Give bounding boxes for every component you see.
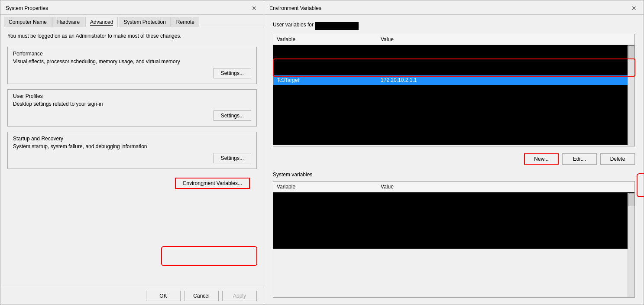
system-properties-body: You must be logged on as an Administrato…: [0, 27, 264, 287]
value-column-header: Value: [377, 36, 628, 43]
tab-hardware[interactable]: Hardware: [52, 17, 84, 27]
environment-variables-dialog: Environment Variables ✕ User variables f…: [264, 0, 644, 305]
user-vars-label: User variables for: [273, 22, 314, 28]
user-profiles-desc: Desktop settings related to your sign-in: [13, 101, 251, 107]
env-title: Environment Variables: [269, 5, 321, 11]
user-vars-table[interactable]: Variable Value Tc3Target 172.20.10.2.1.1: [273, 34, 635, 146]
tab-system-protection[interactable]: System Protection: [119, 17, 170, 27]
apply-button[interactable]: Apply: [222, 291, 257, 301]
system-properties-titlebar: System Properties ✕: [0, 0, 264, 15]
env-close-button[interactable]: ✕: [630, 4, 638, 13]
tc3target-value-cell: 172.20.10.2.1.1: [381, 77, 631, 83]
env-body: User variables for Variable Value Tc3Tar…: [264, 15, 644, 305]
edit-user-var-button[interactable]: Edit...: [562, 153, 597, 165]
sys-value-column-header: Value: [377, 183, 628, 191]
new-user-var-button[interactable]: New...: [524, 153, 559, 165]
tab-advanced[interactable]: Advanced: [85, 17, 118, 27]
user-vars-scrollbar-thumb[interactable]: [628, 46, 634, 59]
tab-computer-name[interactable]: Computer Name: [4, 17, 52, 27]
sys-vars-table-body: [273, 192, 634, 249]
tab-remote[interactable]: Remote: [172, 17, 199, 27]
ok-button[interactable]: OK: [146, 291, 181, 301]
performance-title: Performance: [13, 51, 251, 57]
system-properties-close-button[interactable]: ✕: [250, 4, 259, 13]
sys-vars-header: System variables: [273, 172, 635, 178]
variable-column-header: Variable: [273, 36, 377, 43]
environment-variables-button[interactable]: Environnment Variables...: [175, 178, 250, 189]
user-profiles-section: User Profiles Desktop settings related t…: [7, 89, 257, 127]
sys-vars-scrollbar-thumb[interactable]: [628, 193, 634, 206]
sys-variable-column-header: Variable: [273, 183, 377, 191]
sys-vars-label: System variables: [273, 172, 312, 178]
tc3target-variable-cell: Tc3Target: [277, 77, 381, 83]
system-properties-footer: OK Cancel Apply: [0, 287, 264, 305]
sys-vars-table[interactable]: Variable Value: [273, 181, 635, 298]
env-vars-btn-row: Environnment Variables...: [7, 174, 257, 191]
user-profiles-title: User Profiles: [13, 93, 251, 99]
user-vars-scrollbar[interactable]: [628, 45, 634, 146]
user-vars-table-header: Variable Value: [273, 34, 634, 45]
user-vars-table-body: Tc3Target 172.20.10.2.1.1: [273, 45, 634, 145]
cancel-button[interactable]: Cancel: [184, 291, 219, 301]
user-profiles-settings-button[interactable]: Settings...: [214, 110, 251, 121]
system-properties-title: System Properties: [6, 5, 48, 11]
performance-section: Performance Visual effects, processor sc…: [7, 47, 257, 84]
system-properties-tabbar: Computer Name Hardware Advanced System P…: [0, 15, 264, 27]
admin-note: You must be logged on as an Administrato…: [7, 32, 257, 40]
env-titlebar: Environment Variables ✕: [264, 0, 644, 15]
sys-vars-table-header: Variable Value: [273, 182, 634, 192]
delete-user-var-button[interactable]: Delete: [600, 153, 635, 165]
startup-recovery-title: Startup and Recovery: [13, 136, 251, 142]
user-name-box: [315, 22, 359, 30]
startup-recovery-settings-button[interactable]: Settings...: [214, 153, 251, 163]
performance-settings-button[interactable]: Settings...: [214, 68, 251, 78]
startup-recovery-desc: System startup, system failure, and debu…: [13, 143, 251, 149]
performance-desc: Visual effects, processor scheduling, me…: [13, 58, 251, 65]
user-vars-action-row: New... Edit... Delete: [273, 153, 635, 165]
user-vars-row-tc3target[interactable]: Tc3Target 172.20.10.2.1.1: [273, 75, 634, 85]
sys-vars-scrollbar[interactable]: [628, 193, 634, 297]
user-vars-header: User variables for: [273, 22, 635, 30]
startup-recovery-section: Startup and Recovery System startup, sys…: [7, 132, 257, 169]
